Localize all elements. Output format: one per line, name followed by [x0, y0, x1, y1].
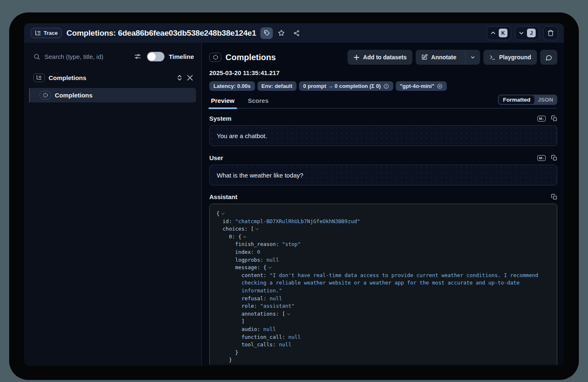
json-bracket: { — [238, 234, 242, 240]
json-line: tool_calls: null — [216, 341, 550, 349]
expand-all-icon[interactable] — [176, 75, 183, 81]
add-to-datasets-label: Add to datasets — [363, 54, 407, 61]
trace-badge-label: Trace — [44, 30, 58, 36]
json-collapse-chevron-icon[interactable] — [255, 227, 259, 231]
tab-scores[interactable]: Scores — [246, 97, 270, 108]
generation-icon — [209, 53, 221, 62]
json-bracket: } — [235, 349, 238, 355]
app-window: Trace Completions: 6dea86b6feae03db538e2… — [24, 23, 564, 366]
tree-root-label: Completions — [49, 74, 176, 81]
tree-item-completions-selected[interactable]: Completions — [29, 88, 196, 102]
chat-bubble-icon — [545, 54, 552, 61]
trace-type-badge: Trace — [31, 28, 62, 38]
json-collapse-chevron-icon[interactable] — [221, 212, 225, 216]
assistant-json-viewer[interactable]: {id: "chatcmpl-BD7XRulRhULb7NjGfeOkhN3BB… — [209, 204, 557, 365]
json-key: audio: — [241, 326, 263, 332]
json-line: choices: [ — [216, 225, 550, 233]
trace-tree-icon — [33, 73, 45, 82]
delete-trace-button[interactable] — [543, 26, 558, 40]
token-usage-badge: 0 prompt → 0 completion (Σ 0) — [299, 81, 393, 91]
sidebar: Timeline Completions — [24, 43, 202, 366]
copy-icon[interactable] — [551, 194, 557, 200]
json-key: id: — [223, 218, 235, 224]
json-value: "assistant" — [260, 303, 295, 309]
timeline-toggle-label: Timeline — [169, 53, 194, 60]
format-toggle: Formatted JSON — [498, 95, 557, 105]
json-key: refusal: — [241, 295, 270, 302]
json-line: refusal: null — [216, 295, 550, 303]
json-value: "stop" — [282, 241, 301, 247]
json-collapse-chevron-icon[interactable] — [268, 265, 272, 270]
json-key: role: — [241, 303, 260, 309]
model-badge: "gpt-4o-mini" — [396, 81, 447, 91]
assistant-section-label: Assistant — [209, 193, 551, 200]
json-key: logprobs: — [235, 257, 266, 263]
json-line: finish_reason: "stop" — [216, 241, 550, 248]
copy-icon[interactable] — [551, 115, 557, 122]
next-observation-button[interactable]: J — [515, 26, 539, 40]
json-line: index: 0 — [216, 248, 550, 256]
tree-root-row[interactable]: Completions — [24, 72, 201, 83]
tag-button[interactable] — [260, 27, 273, 39]
trace-tree-icon — [35, 30, 41, 36]
markdown-toggle-icon[interactable]: M↓ — [537, 116, 546, 122]
json-key: finish_reason: — [235, 241, 282, 247]
view-settings-icon[interactable] — [134, 53, 141, 60]
latency-badge: Latency: 0.00s — [209, 81, 255, 91]
playground-label: Playground — [499, 54, 531, 61]
markdown-toggle-icon[interactable]: M↓ — [537, 155, 546, 161]
search-icon — [33, 53, 40, 60]
model-label: "gpt-4o-mini" — [400, 83, 434, 89]
toggle-knob — [148, 53, 156, 61]
plus-icon — [353, 54, 360, 61]
format-toggle-formatted[interactable]: Formatted — [499, 95, 534, 104]
annotate-button[interactable]: Annotate — [416, 50, 462, 65]
trash-icon — [547, 29, 554, 36]
pencil-square-icon — [421, 54, 428, 61]
json-line: { — [216, 210, 550, 218]
copy-icon[interactable] — [551, 155, 557, 161]
window-shadow: Trace Completions: 6dea86b6feae03db538e2… — [9, 12, 579, 380]
env-label: Env: default — [262, 83, 292, 89]
shortcut-key-k: K — [499, 29, 507, 37]
add-to-datasets-button[interactable]: Add to datasets — [348, 50, 412, 65]
json-line: ] — [216, 318, 550, 326]
chevron-up-icon — [490, 30, 496, 36]
json-key: index: — [235, 249, 257, 255]
json-key: annotations: — [241, 311, 282, 317]
annotate-dropdown-button[interactable] — [465, 50, 480, 65]
json-collapse-chevron-icon[interactable] — [243, 235, 247, 239]
info-icon[interactable] — [383, 83, 389, 89]
titlebar: Trace Completions: 6dea86b6feae03db538e2… — [24, 23, 564, 43]
json-line: 0: { — [216, 233, 550, 241]
json-bracket: { — [216, 210, 220, 217]
plus-circle-icon[interactable] — [437, 83, 443, 89]
star-button[interactable] — [275, 27, 288, 39]
user-message-content: What is the weather like today? — [217, 172, 303, 179]
json-bracket: { — [263, 264, 267, 270]
observation-title: Completions — [225, 53, 348, 62]
format-toggle-json[interactable]: JSON — [534, 95, 556, 104]
json-line: id: "chatcmpl-BD7XRulRhULb7NjGfeOkhN3BB9… — [216, 218, 550, 226]
token-usage-label: 0 prompt → 0 completion (Σ 0) — [303, 83, 381, 89]
json-value: null — [270, 295, 282, 302]
chevron-down-icon — [519, 30, 524, 36]
json-collapse-chevron-icon[interactable] — [287, 312, 291, 316]
prev-observation-button[interactable]: K — [487, 26, 511, 40]
json-line: } — [216, 349, 550, 357]
generation-icon — [39, 91, 51, 100]
shortcut-key-j: J — [527, 29, 536, 37]
collapse-all-icon[interactable] — [187, 75, 193, 81]
comments-button[interactable] — [540, 50, 557, 65]
search-input[interactable] — [44, 53, 132, 60]
json-line: } — [216, 356, 550, 364]
assistant-output-clip: {id: "chatcmpl-BD7XRulRhULb7NjGfeOkhN3BB… — [209, 204, 557, 365]
share-button[interactable] — [290, 27, 303, 39]
json-bracket: } — [229, 357, 232, 363]
json-line: message: { — [216, 264, 550, 272]
playground-button[interactable]: Playground — [483, 50, 537, 65]
timeline-toggle[interactable] — [147, 52, 164, 61]
system-message-box: You are a chatbot. — [209, 125, 557, 146]
tab-preview[interactable]: Preview — [209, 97, 236, 108]
json-value: "I don't have real-time data access to p… — [241, 272, 541, 294]
